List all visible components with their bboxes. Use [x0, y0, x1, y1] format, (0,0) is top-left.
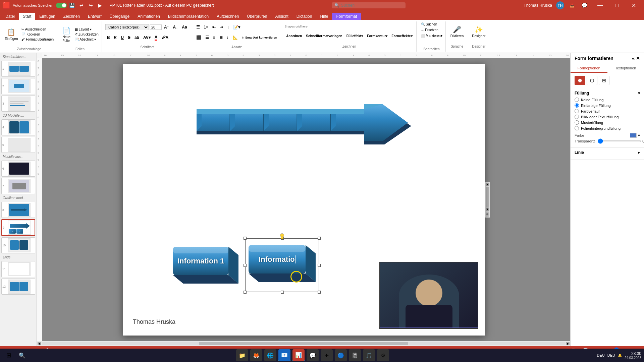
replace-button[interactable]: ↔ Ersetzen [420, 28, 439, 32]
tab-dictation[interactable]: Dictation [292, 13, 316, 20]
smartart-button[interactable]: In SmartArt konvertieren [240, 36, 279, 40]
scroll-up-button[interactable]: ▲ [486, 183, 489, 186]
handle-tr[interactable] [318, 237, 321, 240]
rpanel-icon-fill[interactable]: ⬟ [575, 76, 585, 85]
rpanel-icon-layout[interactable]: ⊞ [599, 76, 609, 85]
decrease-indent-button[interactable]: ⇤ [211, 24, 217, 30]
scroll-right-button[interactable]: ▶ [566, 342, 570, 345]
info-box-2-container[interactable]: Informatio [245, 238, 319, 292]
hscroll-thumb[interactable] [199, 342, 409, 345]
panel-expand-button[interactable]: ⊟ [486, 212, 489, 217]
cut-button[interactable]: ✂ Ausschneiden [20, 27, 55, 32]
bold-button[interactable]: B [105, 35, 112, 40]
taskbar-icon-chrome[interactable]: 🌐 [264, 349, 276, 361]
scroll-thumb[interactable] [486, 187, 489, 207]
slide-thumb-12[interactable]: 12 [1, 279, 35, 295]
taskbar-icon-onenote[interactable]: 📓 [349, 349, 361, 361]
highlight-button[interactable]: 🖌A [160, 35, 170, 40]
radio-bild[interactable] [575, 115, 579, 119]
tab-ueberpruefen[interactable]: Überprüfen [243, 13, 271, 20]
option-folien[interactable]: Folienhintergrundfüllung [575, 126, 640, 130]
quick-styles-button[interactable]: Schnellformat­vorlagen [304, 34, 344, 38]
slide-thumb-10[interactable]: 10 [1, 237, 35, 253]
layout-button[interactable]: ▦ Layout ▾ [74, 27, 100, 32]
big-arrow-container[interactable] [190, 82, 411, 146]
radio-farbverlauf[interactable] [575, 109, 579, 113]
taskbar-icon-files[interactable]: 📁 [236, 349, 248, 361]
slide-thumb-4[interactable]: 4 [1, 119, 35, 135]
maximize-button[interactable]: □ [609, 0, 625, 11]
farbe-swatch[interactable] [630, 133, 637, 138]
dictate-button[interactable]: 🎤 Diktieren [449, 25, 465, 39]
line-spacing-button[interactable]: ↕ [225, 35, 230, 40]
decrease-font-button[interactable]: A↓ [171, 24, 180, 30]
fill-effect-button[interactable]: Fülleffekt▾ [345, 34, 365, 38]
select-button[interactable]: ⬜ Markieren▾ [420, 34, 443, 38]
align-left-button[interactable]: ⬛ [195, 35, 203, 40]
slide-thumb-9[interactable]: 9 I1 I1 [1, 219, 35, 236]
transparenz-slider[interactable] [598, 140, 641, 142]
tab-animationen[interactable]: Animationen [133, 13, 164, 20]
col-format-button[interactable]: ⫶ [225, 24, 231, 30]
slide-thumb-2[interactable]: 2 [1, 78, 35, 94]
right-panel-close-button[interactable]: ✕ [636, 56, 640, 61]
clear-format-button[interactable]: Aa [180, 24, 189, 30]
rpanel-tab-formoptionen[interactable]: Formoptionen [571, 64, 607, 73]
insert-button[interactable]: 📋 Einfügen [3, 27, 19, 41]
taskbar-icon-app7[interactable]: ⚙ [377, 349, 389, 361]
handle-bc[interactable] [281, 291, 284, 294]
taskbar-icon-telegram[interactable]: ✈ [321, 349, 333, 361]
start-button[interactable]: ⊞ [3, 349, 15, 361]
option-muster[interactable]: Musterfüllung [575, 120, 640, 125]
linie-header[interactable]: Linie ▸ [575, 150, 640, 155]
bullet-list-button[interactable]: ☰ [195, 24, 202, 30]
font-name-select[interactable]: Calibri (Textkörper) [105, 24, 149, 30]
tab-ansicht[interactable]: Ansicht [271, 13, 292, 20]
font-size-input[interactable] [150, 24, 162, 30]
handle-tc[interactable] [281, 237, 284, 240]
info-box-2-text[interactable]: Informatio [249, 245, 306, 274]
slide-thumb-5[interactable]: 5 [1, 137, 35, 153]
taskbar-icon-app6[interactable]: 🎵 [363, 349, 375, 361]
tab-bildschirm[interactable]: Bildschirmpräsentation [164, 13, 213, 20]
close-button[interactable]: ✕ [626, 0, 641, 11]
radio-muster[interactable] [575, 120, 579, 125]
format-copy-button[interactable]: 🖌 Format übertragen [20, 37, 55, 42]
vertical-scrollbar[interactable]: ▲ ▼ ⊟ [485, 182, 490, 218]
option-farbverlauf[interactable]: Farbverlauf [575, 109, 640, 113]
handle-mr[interactable] [318, 264, 321, 267]
scroll-down-button[interactable]: ▼ [486, 207, 489, 211]
text-direction-button[interactable]: 📝▾ [231, 24, 242, 30]
taskbar-icon-teams[interactable]: 💬 [307, 349, 319, 361]
align-right-button[interactable]: ≡ [211, 35, 217, 40]
find-button[interactable]: 🔍 Suchen [420, 22, 438, 26]
horizontal-scrollbar[interactable]: ◀ ▶ [37, 341, 570, 346]
canvas-scroll-area[interactable]: Information 1 [42, 58, 570, 341]
handle-bl[interactable] [244, 291, 247, 294]
tab-aufzeichnen[interactable]: Aufzeichnen [213, 13, 243, 20]
handle-ml[interactable] [244, 264, 247, 267]
comments-icon[interactable]: 💬 [580, 1, 588, 9]
tab-datei[interactable]: Datei [1, 13, 19, 20]
fullung-header[interactable]: Füllung ▾ [575, 91, 640, 96]
handle-tl[interactable] [244, 237, 247, 240]
tab-entwurf[interactable]: Entwurf [84, 13, 106, 20]
present-icon[interactable]: ▶ [96, 1, 104, 9]
tab-zeichnen[interactable]: Zeichnen [59, 13, 84, 20]
shadow-button[interactable]: ab [133, 35, 141, 40]
designer-button[interactable]: ✨ Designer [471, 25, 487, 39]
increase-font-button[interactable]: A↑ [162, 24, 171, 30]
slide-thumb-3[interactable]: 3 [1, 96, 35, 112]
new-slide-button[interactable]: 📄 NeueFolie [60, 26, 72, 43]
tab-start[interactable]: Start [19, 13, 35, 20]
font-color-button[interactable]: A [153, 35, 159, 41]
radio-folien[interactable] [575, 126, 579, 130]
italic-button[interactable]: K [112, 35, 119, 40]
tab-formformat[interactable]: Formformat [332, 13, 361, 20]
handle-br[interactable] [318, 291, 321, 294]
radio-einfarbig[interactable] [575, 103, 579, 108]
align-center-button[interactable]: ☰ [204, 35, 211, 40]
search-input[interactable] [341, 3, 401, 8]
taskbar-icon-outlook[interactable]: 📧 [278, 349, 290, 361]
tab-hilfe[interactable]: Hilfe [316, 13, 332, 20]
